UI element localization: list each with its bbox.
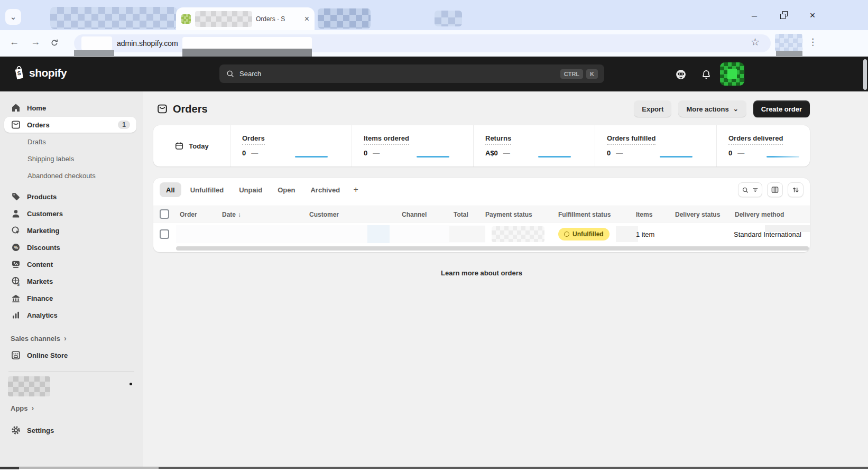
column-payment-status[interactable]: Payment status [485, 206, 532, 223]
window-minimize-button[interactable]: – [745, 8, 763, 22]
sidebar-item-home[interactable]: Home [4, 100, 136, 116]
date-range-picker[interactable]: Today [153, 125, 230, 166]
shopify-logo[interactable]: S shopify [13, 66, 67, 80]
notifications-button[interactable] [699, 67, 714, 82]
sidebar-item-label: Discounts [27, 244, 60, 252]
sidebar-item-label: Orders [27, 121, 50, 129]
tab-search-button[interactable]: ⌄ [5, 9, 21, 25]
add-view-button[interactable]: + [349, 182, 363, 197]
apps-header[interactable]: Apps › [11, 404, 34, 412]
browser-profile-avatar[interactable] [775, 34, 802, 51]
sidebar-item-content[interactable]: Content [4, 256, 136, 272]
reload-button[interactable] [50, 38, 59, 50]
tab-all[interactable]: All [160, 182, 181, 197]
blurred-store-name[interactable] [8, 376, 50, 396]
sidebar-item-settings[interactable]: Settings [4, 422, 136, 438]
metric-orders-delivered[interactable]: Orders delivered 0 — [716, 125, 810, 166]
metric-returns[interactable]: Returns A$0 — [473, 125, 595, 166]
bookmark-star-icon[interactable]: ☆ [751, 36, 760, 48]
sidebar-item-label: Online Store [27, 351, 68, 359]
sidebar-item-abandoned-checkouts[interactable]: Abandoned checkouts [4, 168, 136, 183]
column-channel[interactable]: Channel [402, 206, 427, 223]
table-header: Order Date ↓ Customer Channel Total Paym… [153, 206, 810, 223]
window-maximize-button[interactable] [775, 8, 793, 22]
sidebar: Home Orders 1 Drafts Shipping labels Aba… [0, 91, 143, 467]
column-order[interactable]: Order [180, 206, 197, 223]
sidebar-item-orders[interactable]: Orders 1 [4, 117, 136, 133]
metric-value: A$0 [485, 149, 498, 157]
sidebar-item-products[interactable]: Products [4, 189, 136, 205]
column-items[interactable]: Items [636, 206, 652, 223]
person-icon [11, 208, 21, 219]
unfulfilled-circle-icon [564, 232, 569, 237]
more-actions-button[interactable]: More actions ⌄ [678, 100, 746, 117]
shopify-header: S shopify Search CTRL K [0, 57, 868, 91]
metric-items-ordered[interactable]: Items ordered 0 — [352, 125, 473, 166]
metric-orders[interactable]: Orders 0 — [230, 125, 352, 166]
columns-button[interactable] [767, 182, 783, 197]
column-fulfillment-status[interactable]: Fulfillment status [558, 206, 611, 223]
calendar-icon [174, 141, 184, 151]
sidekick-button[interactable] [673, 67, 688, 82]
sparkline [295, 156, 328, 158]
shopify-bag-icon: S [13, 66, 25, 80]
sales-channels-header[interactable]: Sales channels › [11, 334, 67, 343]
export-button[interactable]: Export [634, 100, 671, 117]
browser-menu-icon[interactable]: ⋮ [808, 36, 817, 48]
sidebar-item-online-store[interactable]: Online Store [4, 347, 136, 363]
orders-count-badge: 1 [118, 121, 130, 129]
sidebar-item-finance[interactable]: Finance [4, 290, 136, 306]
tag-icon [11, 191, 21, 202]
metric-value: 0 [607, 149, 611, 157]
column-date[interactable]: Date ↓ [222, 206, 241, 223]
percent-badge-icon: % [11, 242, 21, 253]
column-delivery-status[interactable]: Delivery status [675, 206, 720, 223]
sidebar-item-analytics[interactable]: Analytics [4, 307, 136, 323]
column-customer[interactable]: Customer [309, 206, 339, 223]
column-delivery-method[interactable]: Delivery method [735, 206, 784, 223]
bank-icon [11, 293, 21, 303]
horizontal-scrollbar[interactable] [176, 246, 809, 251]
media-icon [11, 259, 21, 270]
sort-button[interactable] [788, 182, 804, 197]
tab-close-icon[interactable]: × [304, 15, 309, 23]
back-button[interactable]: ← [10, 36, 19, 48]
forward-button[interactable]: → [31, 36, 40, 48]
select-all-checkbox[interactable] [160, 209, 169, 219]
browser-tab-active[interactable]: Orders · S × [176, 7, 315, 30]
blurred-browser-tabs[interactable] [50, 7, 177, 29]
sidebar-item-drafts[interactable]: Drafts [4, 134, 136, 150]
url-text: admin.shopify.com [117, 39, 178, 48]
blurred-channel-cell [367, 225, 390, 243]
sidebar-item-customers[interactable]: Customers [4, 206, 136, 221]
window-close-button[interactable]: × [804, 8, 821, 22]
tab-unfulfilled[interactable]: Unfulfilled [184, 182, 230, 197]
admin-search-bar[interactable]: Search CTRL K [219, 64, 604, 83]
learn-more-link[interactable]: Learn more about orders [153, 269, 810, 277]
blurred-browser-tab[interactable] [318, 8, 371, 29]
store-avatar[interactable] [720, 62, 744, 86]
create-order-button[interactable]: Create order [753, 100, 810, 117]
tab-unpaid[interactable]: Unpaid [233, 182, 269, 197]
tab-archived[interactable]: Archived [304, 182, 346, 197]
search-filter-button[interactable] [738, 182, 762, 197]
page-scrollbar[interactable] [863, 59, 867, 90]
metric-orders-fulfilled[interactable]: Orders fulfilled 0 — [595, 125, 716, 166]
sidebar-item-markets[interactable]: $ Markets [4, 273, 136, 289]
metric-dash: — [251, 149, 258, 157]
address-bar[interactable]: admin.shopify.com [74, 34, 771, 52]
home-icon [11, 103, 21, 113]
table-row[interactable]: Unfulfilled 1 item Standard Internationa… [153, 223, 810, 245]
sidebar-item-label: Customers [27, 210, 63, 218]
orders-table-card: All Unfulfilled Unpaid Open Archived + [153, 178, 810, 252]
column-total[interactable]: Total [454, 206, 468, 223]
tab-open[interactable]: Open [271, 182, 301, 197]
blurred-browser-tab[interactable] [435, 11, 462, 26]
sidebar-item-marketing[interactable]: Marketing [4, 223, 136, 238]
ctrl-key-badge: CTRL [560, 69, 583, 79]
sidebar-item-label: Marketing [27, 227, 59, 235]
sidebar-item-label: Analytics [27, 311, 58, 319]
sidebar-item-discounts[interactable]: % Discounts [4, 239, 136, 255]
row-checkbox[interactable] [160, 229, 169, 239]
sidebar-item-shipping-labels[interactable]: Shipping labels [4, 151, 136, 166]
